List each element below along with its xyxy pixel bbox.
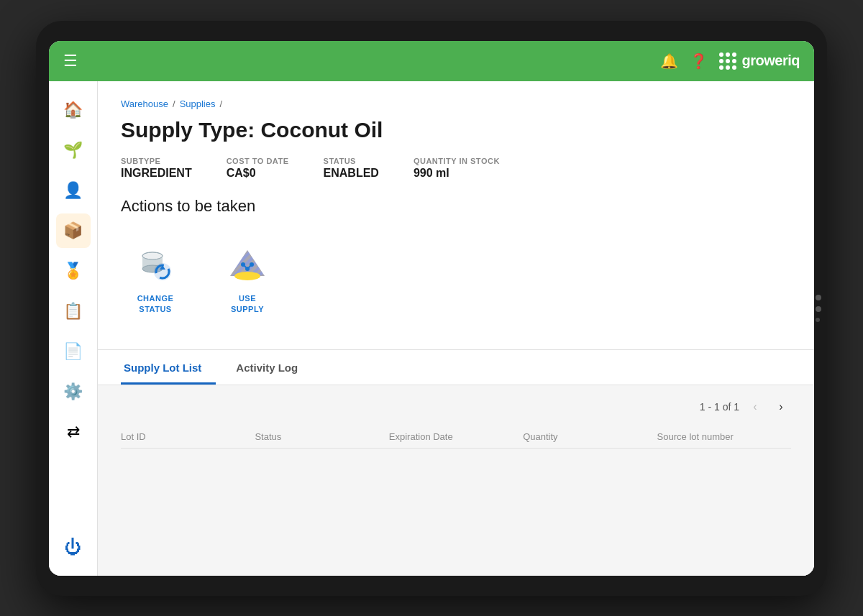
table-header-row: Lot ID Status Expiration Date Quantity S… [121, 423, 791, 449]
sidebar-item-badge[interactable]: 🏅 [56, 254, 91, 288]
sidebar-item-person[interactable]: 👤 [56, 173, 91, 208]
col-lot-id: Lot ID [121, 431, 255, 442]
brand-name: groweriq [742, 52, 800, 69]
sidebar-item-power[interactable]: ⏻ [56, 530, 91, 564]
change-status-button[interactable]: CHANGESTATUS [121, 236, 190, 321]
sidebar-item-transfer[interactable]: ⇄ [56, 415, 91, 449]
col-expiration-date: Expiration Date [389, 431, 523, 442]
tab-supply-lot-list[interactable]: Supply Lot List [121, 350, 216, 385]
sidebar-item-settings[interactable]: ⚙️ [56, 374, 91, 409]
meta-row: SUBTYPE INGREDIENT COST TO DATE CA$0 STA… [121, 157, 791, 180]
meta-subtype-label: SUBTYPE [121, 157, 192, 165]
breadcrumb-supplies[interactable]: Supplies [180, 98, 216, 109]
actions-row: CHANGESTATUS [121, 230, 791, 339]
meta-status-value: ENABLED [324, 167, 379, 180]
meta-status: STATUS ENABLED [324, 157, 379, 180]
content-card: Warehouse / Supplies / Supply Type: Coco… [98, 81, 814, 350]
col-quantity: Quantity [523, 431, 657, 442]
topbar: ☰ 🔔 ❓ groweriq [49, 41, 814, 81]
meta-cost-label: COST TO DATE [227, 157, 289, 165]
sidebar-item-box[interactable]: 📦 [56, 213, 91, 248]
brand-logo: groweriq [719, 52, 800, 70]
page-title: Supply Type: Coconut Oil [121, 118, 791, 142]
breadcrumb: Warehouse / Supplies / [121, 98, 791, 109]
meta-quantity-label: QUANTITY IN STOCK [414, 157, 500, 165]
tab-activity-log[interactable]: Activity Log [233, 350, 312, 385]
use-supply-icon [224, 242, 270, 288]
pagination-row: 1 - 1 of 1 ‹ › [121, 385, 791, 423]
meta-quantity-value: 990 ml [414, 167, 500, 180]
sidebar-item-plant[interactable]: 🌱 [56, 133, 91, 167]
breadcrumb-warehouse[interactable]: Warehouse [121, 98, 168, 109]
svg-point-9 [234, 272, 260, 280]
tabs-header: Supply Lot List Activity Log [98, 350, 814, 385]
sidebar: 🏠 🌱 👤 📦 🏅 📋 📄 ⚙️ ⇄ ⏻ [49, 81, 98, 576]
change-status-icon [132, 242, 178, 288]
meta-subtype-value: INGREDIENT [121, 167, 192, 180]
col-source-lot: Source lot number [657, 431, 791, 442]
meta-cost-value: CA$0 [227, 167, 289, 180]
pagination-info: 1 - 1 of 1 [700, 401, 739, 413]
sidebar-item-clipboard[interactable]: 📋 [56, 294, 91, 328]
actions-section-title: Actions to be taken [121, 197, 791, 216]
breadcrumb-sep-2: / [220, 98, 223, 109]
brand-dots-icon [719, 52, 736, 70]
content-area: Warehouse / Supplies / Supply Type: Coco… [98, 81, 814, 576]
svg-point-3 [142, 252, 163, 259]
use-supply-label: USESUPPLY [231, 293, 264, 316]
bell-icon[interactable]: 🔔 [660, 52, 678, 70]
sidebar-item-note[interactable]: 📄 [56, 334, 91, 369]
meta-cost: COST TO DATE CA$0 [227, 157, 289, 180]
tabs-section: Supply Lot List Activity Log 1 - 1 of 1 … [98, 349, 814, 575]
menu-icon[interactable]: ☰ [63, 52, 78, 70]
col-status: Status [255, 431, 388, 442]
meta-status-label: STATUS [324, 157, 379, 165]
meta-quantity: QUANTITY IN STOCK 990 ml [414, 157, 500, 180]
use-supply-button[interactable]: USESUPPLY [213, 236, 282, 321]
sidebar-item-home[interactable]: 🏠 [56, 93, 91, 127]
pagination-next[interactable]: › [771, 397, 791, 417]
table-area: 1 - 1 of 1 ‹ › Lot ID Status Expiration … [98, 385, 814, 575]
pagination-prev[interactable]: ‹ [745, 397, 765, 417]
breadcrumb-sep-1: / [173, 98, 175, 109]
meta-subtype: SUBTYPE INGREDIENT [121, 157, 192, 180]
change-status-label: CHANGESTATUS [137, 293, 174, 316]
help-icon[interactable]: ❓ [690, 52, 708, 70]
